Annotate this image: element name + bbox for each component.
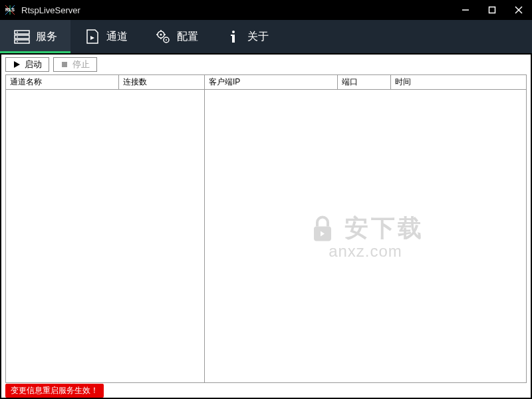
tab-channel-label: 通道 xyxy=(106,30,128,44)
window-controls xyxy=(452,0,532,20)
watermark: 安下载 anxz.com xyxy=(307,212,424,261)
watermark-text1: 安下载 xyxy=(344,212,424,245)
status-bar: 变更信息重启服务生效！ xyxy=(1,383,531,398)
svg-rect-21 xyxy=(231,35,233,36)
start-button-label: 启动 xyxy=(25,59,42,70)
left-table: 通道名称 连接数 xyxy=(5,75,205,382)
col-connections[interactable]: 连接数 xyxy=(119,75,204,89)
app-icon: RLS xyxy=(4,4,16,16)
stop-button[interactable]: 停止 xyxy=(53,57,97,72)
svg-point-19 xyxy=(232,31,235,33)
right-table-header: 客户端IP 端口 时间 xyxy=(205,75,526,90)
close-button[interactable] xyxy=(505,0,532,20)
col-time[interactable]: 时间 xyxy=(391,75,526,89)
tab-channel[interactable]: 通道 xyxy=(70,20,141,53)
col-channel-name[interactable]: 通道名称 xyxy=(6,75,119,89)
svg-text:RLS: RLS xyxy=(5,7,15,12)
titlebar: RLS RtspLiveServer xyxy=(0,0,532,20)
play-icon xyxy=(13,61,21,68)
right-table: 客户端IP 端口 时间 安下载 an xyxy=(205,75,527,382)
content-area: 启动 停止 通道名称 连接数 客户端IP 端口 xyxy=(1,55,531,398)
stop-icon xyxy=(61,61,68,68)
tab-about-label: 关于 xyxy=(247,30,269,44)
svg-rect-23 xyxy=(314,226,331,241)
svg-point-9 xyxy=(17,37,18,38)
svg-point-8 xyxy=(17,32,18,33)
svg-point-12 xyxy=(160,34,162,36)
right-table-body[interactable]: 安下载 anxz.com xyxy=(205,90,526,382)
info-icon xyxy=(225,28,242,45)
start-button[interactable]: 启动 xyxy=(5,57,49,72)
tab-about[interactable]: 关于 xyxy=(211,20,282,53)
watermark-text2: anxz.com xyxy=(329,242,402,261)
lock-icon xyxy=(307,213,338,243)
tab-config-label: 配置 xyxy=(177,30,198,44)
server-icon xyxy=(13,28,31,45)
tab-service-label: 服务 xyxy=(36,30,57,44)
tab-service[interactable]: 服务 xyxy=(0,20,70,53)
col-client-ip[interactable]: 客户端IP xyxy=(205,75,338,89)
svg-rect-2 xyxy=(489,7,495,13)
svg-point-10 xyxy=(17,41,18,43)
svg-point-14 xyxy=(166,39,167,41)
toolbar: 启动 停止 xyxy=(1,55,531,74)
status-badge: 变更信息重启服务生效！ xyxy=(5,384,104,398)
tab-bar: 服务 通道 xyxy=(0,20,532,53)
video-file-icon xyxy=(84,28,101,45)
col-port[interactable]: 端口 xyxy=(338,75,391,89)
tab-config[interactable]: 配置 xyxy=(141,20,211,53)
maximize-button[interactable] xyxy=(479,0,505,20)
app-window: RLS RtspLiveServer xyxy=(0,0,532,399)
app-title: RtspLiveServer xyxy=(21,5,452,15)
stop-button-label: 停止 xyxy=(72,59,90,70)
tables-container: 通道名称 连接数 客户端IP 端口 时间 xyxy=(5,74,527,383)
svg-rect-22 xyxy=(62,62,67,67)
left-table-header: 通道名称 连接数 xyxy=(6,75,204,90)
left-table-body[interactable] xyxy=(6,90,204,382)
minimize-button[interactable] xyxy=(452,0,479,20)
gears-icon xyxy=(154,28,172,45)
